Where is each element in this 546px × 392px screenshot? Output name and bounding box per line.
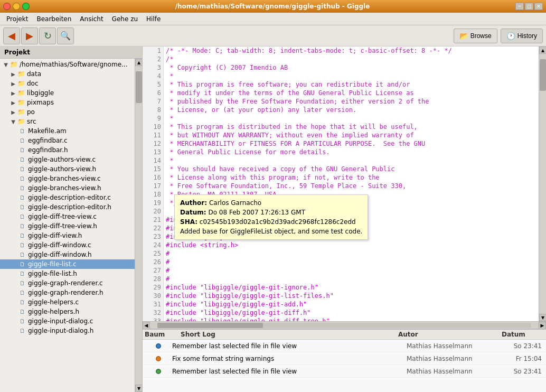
sidebar-item-diff-tree-view-c[interactable]: 🗋 giggle-diff-tree-view.c — [0, 212, 135, 221]
hscroll-left-btn[interactable]: ◀ — [143, 322, 150, 329]
sidebar-item-branches-view-c[interactable]: 🗋 giggle-branches-view.c — [0, 174, 135, 183]
tooltip-datum-line: Datum: Do 08 Feb 2007 17:26:13 GMT — [180, 208, 362, 217]
col-header-baum: Baum — [145, 331, 172, 338]
line-num: 13 — [143, 148, 163, 156]
tooltip-sha-value: c02545b193d02a1c9b2d39adc2968fc1286c2edd — [197, 218, 356, 226]
hscroll-thumb[interactable] — [157, 323, 263, 328]
file-icon-desc-editor-c: 🗋 — [18, 193, 26, 202]
sidebar-item-eggfindbar-h[interactable]: 🗋 eggfindbar.h — [0, 145, 135, 155]
sidebar-item-diff-window-c[interactable]: 🗋 giggle-diff-window.c — [0, 240, 135, 250]
line-num: 25 — [143, 249, 163, 258]
code-scroll-down[interactable]: ▼ — [539, 314, 546, 321]
col-header-autor: Autor — [398, 331, 493, 338]
sidebar-vscrollbar[interactable]: ▲ ▼ — [135, 59, 142, 392]
menu-gehe-zu[interactable]: Gehe zu — [108, 14, 142, 24]
sidebar-item-eggfindbar-c[interactable]: 🗋 eggfindbar.c — [0, 136, 135, 145]
sidebar-item-diff-window-h[interactable]: 🗋 giggle-diff-window.h — [0, 250, 135, 259]
col-header-shortlog: Short Log — [181, 331, 390, 338]
code-hscrollbar[interactable]: ◀ ▶ — [143, 321, 546, 329]
minimize-button[interactable] — [13, 3, 20, 10]
sidebar-item-src[interactable]: ▼ 📁 src — [0, 117, 135, 126]
file-icon-diff-window-c: 🗋 — [18, 241, 26, 249]
sidebar-item-pixmaps[interactable]: ▶ 📁 pixmaps — [0, 98, 135, 107]
tree-arrow-src: ▼ — [10, 118, 17, 125]
sidebar-scroll-track[interactable] — [135, 66, 142, 385]
wm-minimize-button[interactable]: ─ — [515, 3, 524, 10]
browse-button[interactable]: 📂 Browse — [454, 29, 497, 43]
code-content[interactable]: /* -*- Mode: C; tab-width: 8; indent-tab… — [164, 46, 539, 321]
code-scroll-thumb[interactable] — [540, 59, 546, 91]
commit-row-2[interactable]: Remember last selected file in file view… — [143, 365, 546, 378]
back-button[interactable]: ◀ — [3, 27, 20, 44]
sidebar-item-label-makefile: Makefile.am — [28, 127, 67, 135]
maximize-button[interactable] — [22, 3, 30, 10]
wm-restore-button[interactable]: ◻ — [525, 3, 533, 10]
code-scroll-track[interactable] — [539, 54, 546, 314]
wm-close-button[interactable]: ✕ — [534, 3, 543, 10]
sidebar-item-label-branches-view-c: giggle-branches-view.c — [28, 175, 101, 182]
search-icon: 🔍 — [60, 31, 71, 41]
sidebar-scroll-thumb[interactable] — [136, 71, 142, 103]
sidebar-scroll-up[interactable]: ▲ — [135, 59, 142, 66]
sidebar-item-desc-editor-c[interactable]: 🗋 giggle-description-editor.c — [0, 193, 135, 202]
sidebar-scroll-down[interactable]: ▼ — [135, 385, 142, 392]
code-line-1: /* -*- Mode: C; tab-width: 8; indent-tab… — [164, 46, 539, 55]
sidebar-item-desc-editor-h[interactable]: 🗋 giggle-description-editor.h — [0, 202, 135, 212]
hscroll-right-btn[interactable]: ▶ — [539, 322, 546, 329]
file-icon-authors-view-h: 🗋 — [18, 165, 26, 173]
line-num: 14 — [143, 156, 163, 165]
sidebar-item-graph-renderer-c[interactable]: 🗋 giggle-graph-renderer.c — [0, 278, 135, 288]
sidebar-item-branches-view-h[interactable]: 🗋 giggle-branches-view.h — [0, 183, 135, 193]
commit-row-0[interactable]: Remember last selected file in file view… — [143, 340, 546, 352]
sidebar-item-file-list-c[interactable]: 🗋 giggle-file-list.c — [0, 259, 135, 269]
sidebar-item-graph-renderer-h[interactable]: 🗋 giggle-graph-renderer.h — [0, 288, 135, 297]
folder-icon: 📁 — [10, 60, 18, 69]
sidebar-item-label-file-list-c: giggle-file-list.c — [28, 260, 77, 268]
menu-projekt[interactable]: Projekt — [2, 14, 32, 24]
file-icon-diff-window-h: 🗋 — [18, 250, 26, 259]
menu-hilfe[interactable]: Hilfe — [142, 14, 165, 24]
sidebar-scroll-area: ▼ 📁 /home/mathias/Software/gnome... ▶ 📁 … — [0, 59, 142, 392]
commit-dot-1 — [156, 356, 161, 361]
sidebar-item-makefile[interactable]: 🗋 Makefile.am — [0, 126, 135, 136]
line-num: 21 — [143, 216, 163, 224]
search-button[interactable]: 🔍 — [57, 27, 74, 44]
close-button[interactable] — [3, 3, 11, 10]
sidebar-item-diff-tree-view-h[interactable]: 🗋 giggle-diff-tree-view.h — [0, 221, 135, 231]
commit-row-1[interactable]: Fix some format string warnings Mathias … — [143, 352, 546, 365]
hscroll-track[interactable] — [157, 323, 531, 328]
code-line-24: #include <string.h> — [164, 241, 539, 249]
commit-author-0: Mathias Hasselmann — [407, 342, 502, 350]
code-line-12: * MERCHANTABILITY or FITNESS FOR A PARTI… — [164, 139, 539, 148]
sidebar-item-authors-view-h[interactable]: 🗋 giggle-authors-view.h — [0, 164, 135, 174]
line-num: 7 — [143, 97, 163, 106]
bottom-header: Baum Short Log Autor Datum — [143, 330, 546, 340]
sidebar-item-helpers-c[interactable]: 🗋 giggle-helpers.c — [0, 297, 135, 307]
sidebar-item-label-file-list-h: giggle-file-list.h — [28, 270, 77, 277]
history-button[interactable]: 🕐 History — [501, 29, 543, 43]
sidebar-item-authors-view-c[interactable]: 🗋 giggle-authors-view.c — [0, 155, 135, 164]
file-icon-makefile: 🗋 — [18, 127, 26, 135]
code-vscrollbar[interactable]: ▲ ▼ — [539, 46, 546, 321]
sidebar-item-root[interactable]: ▼ 📁 /home/mathias/Software/gnome... — [0, 60, 135, 69]
code-line-16: * License along with this program; if no… — [164, 173, 539, 182]
code-line-17: * Free Software Foundation, Inc., 59 Tem… — [164, 182, 539, 190]
sidebar-item-po[interactable]: ▶ 📁 po — [0, 107, 135, 117]
sidebar-item-data[interactable]: ▶ 📁 data — [0, 69, 135, 79]
sidebar-item-libgiggle[interactable]: ▶ 📁 libgiggle — [0, 88, 135, 98]
forward-button[interactable]: ▶ — [21, 27, 38, 44]
file-icon-diff-tree-view-h: 🗋 — [18, 222, 26, 230]
sidebar-item-diff-view-h[interactable]: 🗋 giggle-diff-view.h — [0, 231, 135, 240]
sidebar-item-input-dialog-h[interactable]: 🗋 giggle-input-dialog.h — [0, 326, 135, 335]
code-line-32: #include "libgiggle/giggle-git-diff.h" — [164, 309, 539, 317]
menu-bearbeiten[interactable]: Bearbeiten — [32, 14, 76, 24]
sidebar-item-doc[interactable]: ▶ 📁 doc — [0, 79, 135, 88]
sidebar-item-helpers-h[interactable]: 🗋 giggle-helpers.h — [0, 307, 135, 316]
menu-ansicht[interactable]: Ansicht — [76, 14, 107, 24]
sidebar-item-label-desc-editor-c: giggle-description-editor.c — [28, 194, 111, 201]
sidebar-item-file-list-h[interactable]: 🗋 giggle-file-list.h — [0, 269, 135, 278]
code-area[interactable]: 1 2 3 4 5 6 7 8 9 10 11 12 13 14 15 16 1 — [143, 46, 546, 321]
sidebar-item-input-dialog-c[interactable]: 🗋 giggle-input-dialog.c — [0, 316, 135, 326]
refresh-button[interactable]: ↻ — [39, 27, 56, 44]
code-scroll-up[interactable]: ▲ — [539, 46, 546, 54]
